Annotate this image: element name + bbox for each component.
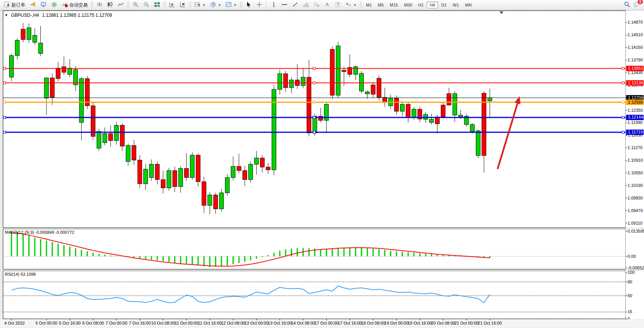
candle[interactable] xyxy=(459,115,463,117)
crosshair-button[interactable] xyxy=(254,1,265,9)
candle[interactable] xyxy=(243,170,247,180)
hline-handle[interactable] xyxy=(622,101,624,103)
market-button[interactable] xyxy=(38,1,49,9)
zoom-in-button[interactable] xyxy=(130,1,141,9)
chart-canvas[interactable]: 1.148701.145101.141501.137901.134301.130… xyxy=(0,10,644,328)
candle[interactable] xyxy=(114,125,119,140)
candle[interactable] xyxy=(441,105,445,117)
candle[interactable] xyxy=(260,158,264,167)
candle[interactable] xyxy=(208,195,212,205)
candle[interactable] xyxy=(400,105,405,111)
autotrading-button[interactable]: 自动交易 xyxy=(59,1,90,9)
candle[interactable] xyxy=(365,92,369,94)
candle[interactable] xyxy=(307,77,311,133)
candle[interactable] xyxy=(190,155,194,177)
candle[interactable] xyxy=(138,160,142,184)
timeframe-M5[interactable]: M5 xyxy=(375,2,387,8)
candle[interactable] xyxy=(272,89,276,170)
candle[interactable] xyxy=(173,170,177,187)
candle[interactable] xyxy=(284,74,288,88)
sounds-button[interactable] xyxy=(27,1,38,9)
signals-button[interactable] xyxy=(49,1,59,9)
candle[interactable] xyxy=(249,164,253,180)
templates-button[interactable]: ▼ xyxy=(223,1,239,9)
vertical-line-button[interactable] xyxy=(268,1,279,9)
candle[interactable] xyxy=(10,56,14,77)
candle[interactable] xyxy=(15,40,19,56)
timeframe-D1[interactable]: D1 xyxy=(438,2,450,8)
auto-scroll-button[interactable] xyxy=(167,1,177,9)
tile-windows-button[interactable] xyxy=(152,1,162,9)
candle[interactable] xyxy=(453,93,457,115)
candle[interactable] xyxy=(488,98,492,101)
hline-handle[interactable] xyxy=(313,82,315,84)
collapse-triangle-icon[interactable]: ▼ xyxy=(5,13,8,17)
candle[interactable] xyxy=(289,80,294,88)
candle[interactable] xyxy=(342,70,346,72)
new-order-button[interactable]: 新订单 xyxy=(2,1,27,9)
candle[interactable] xyxy=(231,166,235,177)
candle[interactable] xyxy=(202,182,206,205)
pane-splitter[interactable] xyxy=(0,228,644,229)
hline-handle[interactable] xyxy=(313,131,315,133)
candle[interactable] xyxy=(185,169,189,178)
zoom-out-button[interactable] xyxy=(141,1,152,9)
candle[interactable] xyxy=(318,116,323,121)
horizontal-line-button[interactable] xyxy=(279,1,290,9)
channel-button[interactable]: E xyxy=(300,1,311,9)
periods-button[interactable]: ▼ xyxy=(208,1,223,9)
fibonacci-button[interactable]: F xyxy=(311,1,322,9)
candle[interactable] xyxy=(383,97,387,102)
candle[interactable] xyxy=(103,133,107,143)
candle[interactable] xyxy=(97,132,101,148)
candle[interactable] xyxy=(126,145,130,161)
line-chart-button[interactable] xyxy=(116,1,126,9)
candle[interactable] xyxy=(266,167,270,170)
candlestick-chart-button[interactable] xyxy=(105,1,116,9)
candle[interactable] xyxy=(371,85,375,94)
candle[interactable] xyxy=(470,125,474,132)
candle[interactable] xyxy=(27,28,31,40)
candle[interactable] xyxy=(44,78,48,98)
candle[interactable] xyxy=(149,164,154,178)
candle[interactable] xyxy=(406,105,410,118)
text-label-button[interactable]: T xyxy=(332,1,343,9)
candle[interactable] xyxy=(132,145,136,160)
hline-handle[interactable] xyxy=(3,67,6,69)
trendline-button[interactable] xyxy=(290,1,300,9)
candle[interactable] xyxy=(447,93,451,105)
candle[interactable] xyxy=(167,170,171,188)
arrows-button[interactable]: ▼ xyxy=(343,1,359,9)
hline-handle[interactable] xyxy=(622,116,624,119)
candle[interactable] xyxy=(336,46,340,95)
candle[interactable] xyxy=(120,125,124,146)
candle[interactable] xyxy=(219,193,223,209)
notifications-button[interactable]: 1 xyxy=(633,2,640,9)
bar-chart-button[interactable] xyxy=(94,1,105,9)
hline-handle[interactable] xyxy=(3,101,6,103)
candle[interactable] xyxy=(39,43,43,53)
candle[interactable] xyxy=(225,177,230,193)
candle[interactable] xyxy=(377,78,381,97)
hline-handle[interactable] xyxy=(313,101,315,103)
hline-handle[interactable] xyxy=(3,82,6,84)
candle[interactable] xyxy=(109,133,113,140)
candle[interactable] xyxy=(79,79,84,122)
chart-shift-button[interactable] xyxy=(177,1,188,9)
candle[interactable] xyxy=(21,29,25,39)
candle[interactable] xyxy=(178,169,183,187)
hline-handle[interactable] xyxy=(3,131,6,133)
hline-handle[interactable] xyxy=(622,67,624,69)
candle[interactable] xyxy=(278,74,282,89)
timeframe-M15[interactable]: M15 xyxy=(387,2,401,8)
candle[interactable] xyxy=(68,68,72,74)
candle[interactable] xyxy=(161,180,165,188)
pane-splitter[interactable] xyxy=(0,270,644,271)
hline-handle[interactable] xyxy=(313,116,315,119)
indicators-button[interactable]: ▼ xyxy=(192,1,208,9)
candle[interactable] xyxy=(429,119,434,122)
candle[interactable] xyxy=(237,166,241,170)
hline-handle[interactable] xyxy=(622,131,624,133)
candle[interactable] xyxy=(56,68,60,79)
candle[interactable] xyxy=(301,77,305,85)
